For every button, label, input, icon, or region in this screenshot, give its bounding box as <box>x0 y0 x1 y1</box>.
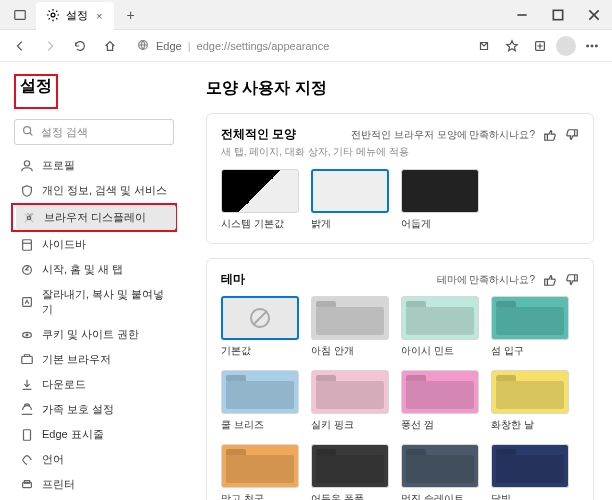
svg-point-1 <box>51 13 55 17</box>
gear-icon <box>46 8 60 24</box>
sidebar-item-icon <box>20 159 34 173</box>
search-placeholder: 설정 검색 <box>41 125 88 140</box>
sidebar-item-icon <box>20 263 34 277</box>
theme-option-label: 기본값 <box>221 344 299 358</box>
browser-toolbar: Edge | edge://settings/appearance <box>0 30 612 62</box>
sidebar-item[interactable]: 쿠키 및 사이트 권한 <box>14 322 174 347</box>
overall-subtitle: 새 탭, 페이지, 대화 상자, 기타 메뉴에 적용 <box>221 145 579 159</box>
theme-option[interactable]: 망고 천국 <box>221 444 299 500</box>
sidebar-item-icon <box>20 238 34 252</box>
sidebar-item[interactable]: 프로필 <box>14 153 174 178</box>
sidebar-title: 설정 <box>20 76 52 97</box>
theme-option-label: 망고 천국 <box>221 492 299 500</box>
folder-icon <box>492 371 568 413</box>
refresh-button[interactable] <box>68 34 92 58</box>
appearance-option[interactable]: 밝게 <box>311 169 389 231</box>
tab-actions-icon[interactable] <box>8 3 32 27</box>
sidebar-item-label: 쿠키 및 사이트 권한 <box>42 327 139 342</box>
minimize-button[interactable] <box>504 0 540 30</box>
theme-option[interactable]: 멋진 슬레이트 <box>401 444 479 500</box>
theme-option-label: 섬 입구 <box>491 344 569 358</box>
overall-feedback-text: 전반적인 브라우저 모양에 만족하시나요? <box>351 128 535 142</box>
sidebar-item-icon <box>20 378 34 392</box>
home-button[interactable] <box>98 34 122 58</box>
search-icon <box>21 124 35 140</box>
sidebar-item[interactable]: 프린터 <box>14 472 174 497</box>
sidebar-item[interactable]: 브라우저 디스플레이 <box>16 205 176 230</box>
folder-icon <box>402 297 478 339</box>
thumbs-up-icon[interactable] <box>543 273 557 287</box>
back-button[interactable] <box>8 34 32 58</box>
address-bar[interactable]: Edge | edge://settings/appearance <box>128 35 466 57</box>
folder-icon <box>312 297 388 339</box>
sidebar-item[interactable]: Edge 표시줄 <box>14 422 174 447</box>
appearance-option[interactable]: 시스템 기본값 <box>221 169 299 231</box>
sidebar-item-label: 프린터 <box>42 477 75 492</box>
profile-avatar[interactable] <box>556 36 576 56</box>
overall-title: 전체적인 모양 <box>221 126 296 143</box>
forward-button[interactable] <box>38 34 62 58</box>
sidebar-item-label: 브라우저 디스플레이 <box>44 210 146 225</box>
appearance-option[interactable]: 어둡게 <box>401 169 479 231</box>
theme-feedback-text: 테마에 만족하시나요? <box>437 273 535 287</box>
site-info-icon[interactable] <box>136 38 150 54</box>
favorites-icon[interactable] <box>500 34 524 58</box>
theme-option[interactable]: 달빛 <box>491 444 569 500</box>
sidebar-item-icon <box>22 211 36 225</box>
sidebar-item[interactable]: 개인 정보, 검색 및 서비스 <box>14 178 174 203</box>
sidebar-item[interactable]: 사이드바 <box>14 232 174 257</box>
close-button[interactable] <box>576 0 612 30</box>
thumbs-down-icon[interactable] <box>565 128 579 142</box>
theme-card: 테마 테마에 만족하시나요? 기본값아침 안개아이시 민트섬 입구쿨 브리즈실키… <box>206 258 594 500</box>
browser-tab[interactable]: 설정 × <box>36 2 114 30</box>
theme-option-label: 달빛 <box>491 492 569 500</box>
sidebar-item-label: 언어 <box>42 452 64 467</box>
sidebar-item-label: 사이드바 <box>42 237 86 252</box>
theme-option-label: 실키 핑크 <box>311 418 389 432</box>
menu-button[interactable] <box>580 34 604 58</box>
theme-option-label: 아침 안개 <box>311 344 389 358</box>
theme-option-label: 아이시 민트 <box>401 344 479 358</box>
tab-close-icon[interactable]: × <box>94 10 104 22</box>
sidebar-item[interactable]: 기본 브라우저 <box>14 347 174 372</box>
folder-icon <box>312 445 388 487</box>
sidebar-item[interactable]: 가족 보호 설정 <box>14 397 174 422</box>
theme-title: 테마 <box>221 271 245 288</box>
theme-option[interactable]: 어두운 폭풍 <box>311 444 389 500</box>
theme-option[interactable]: 아이시 민트 <box>401 296 479 358</box>
theme-option[interactable]: 아침 안개 <box>311 296 389 358</box>
sidebar-item[interactable]: 다운로드 <box>14 372 174 397</box>
theme-option[interactable]: 풍선 껌 <box>401 370 479 432</box>
maximize-button[interactable] <box>540 0 576 30</box>
folder-icon <box>222 371 298 413</box>
svg-rect-10 <box>23 239 32 250</box>
sidebar-item-icon <box>20 453 34 467</box>
sidebar-item-icon <box>20 353 34 367</box>
thumbs-down-icon[interactable] <box>565 273 579 287</box>
tab-title: 설정 <box>66 8 88 23</box>
new-tab-button[interactable]: + <box>118 7 142 23</box>
theme-option[interactable]: 쿨 브리즈 <box>221 370 299 432</box>
theme-option[interactable]: 실키 핑크 <box>311 370 389 432</box>
svg-rect-0 <box>15 10 26 19</box>
theme-option[interactable]: 화창한 날 <box>491 370 569 432</box>
theme-option[interactable]: 기본값 <box>221 296 299 358</box>
collections-icon[interactable] <box>528 34 552 58</box>
folder-icon <box>402 371 478 413</box>
folder-icon <box>402 445 478 487</box>
sidebar-item[interactable]: 시작, 홈 및 새 탭 <box>14 257 174 282</box>
thumbs-up-icon[interactable] <box>543 128 557 142</box>
sidebar-item-icon <box>20 328 34 342</box>
settings-search[interactable]: 설정 검색 <box>14 119 174 145</box>
none-icon <box>250 308 270 328</box>
sidebar-item[interactable]: 잘라내기, 복사 및 붙여넣기 <box>14 282 174 322</box>
sidebar-item-label: 프로필 <box>42 158 75 173</box>
sidebar-item-label: Edge 표시줄 <box>42 427 104 442</box>
appearance-option-label: 시스템 기본값 <box>221 217 299 231</box>
sidebar-item-icon <box>20 428 34 442</box>
theme-option[interactable]: 섬 입구 <box>491 296 569 358</box>
sidebar-item-label: 개인 정보, 검색 및 서비스 <box>42 183 167 198</box>
svg-point-6 <box>591 45 593 47</box>
read-aloud-icon[interactable] <box>472 34 496 58</box>
sidebar-item[interactable]: 언어 <box>14 447 174 472</box>
